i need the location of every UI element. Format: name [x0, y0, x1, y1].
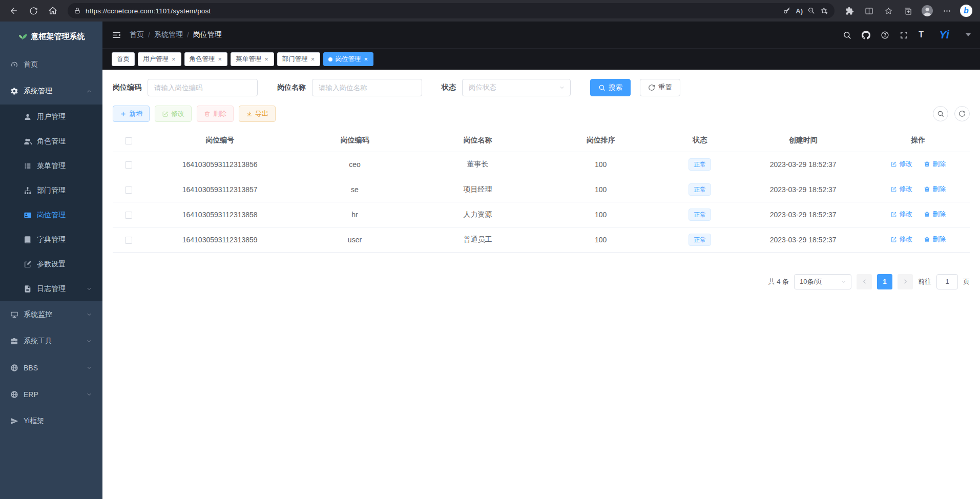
- export-button[interactable]: 导出: [239, 106, 276, 122]
- browser-address-bar[interactable]: https://ccnetcore.com:1101/system/post A…: [68, 3, 835, 18]
- sidebar-item-parameter-settings[interactable]: 参数设置: [0, 252, 102, 277]
- breadcrumb-home[interactable]: 首页: [130, 30, 144, 39]
- user-menu-caret-icon[interactable]: [966, 33, 971, 36]
- tab-user-management[interactable]: 用户管理 ×: [138, 52, 181, 66]
- list-icon: [24, 162, 32, 170]
- status-badge: 正常: [689, 234, 711, 246]
- sidebar-item-erp[interactable]: ERP: [0, 381, 102, 408]
- sidebar: 意框架管理系统 首页 系统管理: [0, 22, 102, 499]
- url-text[interactable]: https://ccnetcore.com:1101/system/post: [86, 7, 778, 15]
- page-size-select[interactable]: 10条/页: [794, 274, 851, 289]
- fullscreen-icon[interactable]: [900, 31, 908, 39]
- select-all-checkbox[interactable]: [125, 137, 132, 144]
- sidebar-item-menu-management[interactable]: 菜单管理: [0, 154, 102, 178]
- post-name-input[interactable]: [312, 79, 422, 96]
- bing-chat-icon[interactable]: b: [957, 3, 975, 19]
- text-size-icon[interactable]: T: [919, 31, 924, 39]
- reset-button[interactable]: 重置: [640, 79, 680, 96]
- sidebar-item-label: 字典管理: [37, 235, 66, 244]
- tab-role-management[interactable]: 角色管理 ×: [184, 52, 228, 66]
- tab-post-management[interactable]: 岗位管理 ×: [323, 52, 373, 66]
- profile-avatar[interactable]: [919, 3, 936, 19]
- favorites-add-icon[interactable]: [820, 7, 828, 15]
- row-delete-button[interactable]: 删除: [924, 210, 946, 219]
- table-row[interactable]: 1641030593112313859 user 普通员工 100 正常 202…: [113, 227, 970, 252]
- header-search-icon[interactable]: [843, 31, 851, 39]
- row-checkbox[interactable]: [125, 186, 132, 194]
- github-icon[interactable]: [862, 31, 870, 39]
- password-key-icon[interactable]: [783, 7, 791, 15]
- sidebar-item-bbs[interactable]: BBS: [0, 355, 102, 381]
- browser-home-button[interactable]: [44, 3, 61, 19]
- sidebar-item-system-management[interactable]: 系统管理: [0, 78, 102, 105]
- goto-page-input[interactable]: [936, 274, 958, 289]
- prev-page-button[interactable]: [857, 274, 872, 289]
- row-checkbox[interactable]: [125, 212, 132, 219]
- sidebar-item-role-management[interactable]: 角色管理: [0, 129, 102, 154]
- tab-menu-management[interactable]: 菜单管理 ×: [231, 52, 274, 66]
- row-edit-button[interactable]: 修改: [890, 235, 912, 244]
- table-row[interactable]: 1641030593112313857 se 项目经理 100 正常 2023-…: [113, 177, 970, 202]
- toggle-search-button[interactable]: [933, 106, 948, 121]
- help-icon[interactable]: [881, 31, 889, 39]
- next-page-button[interactable]: [898, 274, 913, 289]
- sidebar-item-system-monitoring[interactable]: 系统监控: [0, 301, 102, 328]
- add-button[interactable]: 新增: [113, 106, 150, 122]
- sidebar-item-dictionary-management[interactable]: 字典管理: [0, 227, 102, 252]
- row-checkbox[interactable]: [125, 237, 132, 244]
- tab-home[interactable]: 首页: [112, 52, 135, 66]
- tab-close-icon[interactable]: ×: [171, 56, 176, 63]
- edit-button[interactable]: 修改: [155, 106, 192, 122]
- sidebar-item-label: 首页: [24, 60, 38, 69]
- read-aloud-icon[interactable]: A): [796, 7, 803, 15]
- delete-button[interactable]: 删除: [197, 106, 234, 122]
- delete-button-label: 删除: [213, 109, 226, 118]
- sidebar-item-user-management[interactable]: 用户管理: [0, 105, 102, 129]
- tab-close-icon[interactable]: ×: [218, 56, 223, 63]
- row-edit-button[interactable]: 修改: [890, 184, 912, 194]
- framework-logo[interactable]: Yi: [934, 26, 954, 44]
- refresh-table-button[interactable]: [954, 106, 970, 121]
- sidebar-item-system-tools[interactable]: 系统工具: [0, 328, 102, 355]
- row-delete-button[interactable]: 删除: [924, 184, 946, 194]
- page-number-button[interactable]: 1: [877, 274, 892, 289]
- tab-close-icon[interactable]: ×: [264, 56, 269, 63]
- site-lock-icon[interactable]: [74, 7, 81, 14]
- favorites-icon[interactable]: [880, 3, 897, 19]
- tab-department-management[interactable]: 部门管理 ×: [277, 52, 321, 66]
- table-row[interactable]: 1641030593112313858 hr 人力资源 100 正常 2023-…: [113, 202, 970, 227]
- app-logo[interactable]: 意框架管理系统: [0, 22, 102, 51]
- row-delete-button[interactable]: 删除: [924, 235, 946, 244]
- row-edit-button[interactable]: 修改: [890, 210, 912, 219]
- col-header-post-code: 岗位编码: [295, 129, 414, 152]
- row-edit-button[interactable]: 修改: [890, 159, 912, 169]
- row-delete-button[interactable]: 删除: [924, 159, 946, 169]
- extensions-icon[interactable]: [841, 3, 858, 19]
- split-screen-icon[interactable]: [860, 3, 878, 19]
- collections-icon[interactable]: [899, 3, 916, 19]
- table-row[interactable]: 1641030593112313856 ceo 董事长 100 正常 2023-…: [113, 152, 970, 177]
- cell-created: 2023-03-29 18:52:37: [740, 152, 867, 177]
- sidebar-item-label: 用户管理: [37, 112, 66, 121]
- row-delete-label: 删除: [932, 159, 946, 169]
- page-size-value: 10条/页: [800, 277, 822, 286]
- breadcrumb-system-management[interactable]: 系统管理: [154, 30, 183, 39]
- row-checkbox[interactable]: [125, 161, 132, 169]
- search-button[interactable]: 搜索: [590, 79, 631, 96]
- cell-post-name: 人力资源: [414, 202, 541, 227]
- tab-close-icon[interactable]: ×: [363, 56, 368, 63]
- sidebar-item-yi-framework[interactable]: Yi框架: [0, 408, 102, 434]
- browser-menu-icon[interactable]: [938, 3, 955, 19]
- sidebar-item-post-management[interactable]: 岗位管理: [0, 203, 102, 227]
- badge-icon: [24, 211, 32, 219]
- sidebar-item-log-management[interactable]: 日志管理: [0, 277, 102, 301]
- sidebar-collapse-button[interactable]: [112, 30, 121, 40]
- browser-back-button[interactable]: [5, 3, 23, 19]
- status-select[interactable]: 岗位状态: [462, 79, 571, 96]
- tab-close-icon[interactable]: ×: [310, 56, 316, 63]
- sidebar-item-department-management[interactable]: 部门管理: [0, 178, 102, 203]
- post-code-input[interactable]: [148, 79, 258, 96]
- zoom-icon[interactable]: [807, 7, 816, 15]
- browser-refresh-button[interactable]: [25, 3, 42, 19]
- sidebar-item-home[interactable]: 首页: [0, 51, 102, 78]
